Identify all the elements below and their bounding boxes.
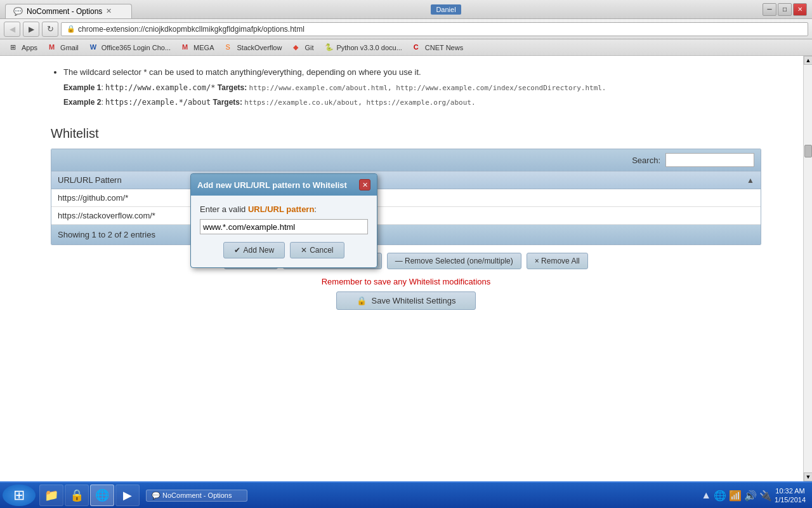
bookmark-office365[interactable]: W Office365 Login Cho... <box>85 42 176 53</box>
modal-cancel-button[interactable]: ✕ Cancel <box>290 242 344 258</box>
page-content: The wildcard selector * can be used to m… <box>0 56 812 481</box>
example1-pattern: http://www.example.com/* <box>105 83 215 92</box>
save-button-label: Save Whitelist Settings <box>372 296 456 305</box>
bookmark-stackoverflow-label: StackOverflow <box>237 44 282 51</box>
system-clock[interactable]: 10:32 AM 1/15/2014 <box>775 486 806 505</box>
taskbar-chrome-icon[interactable]: 🌐 <box>90 485 114 506</box>
start-button[interactable]: ⊞ <box>3 485 36 506</box>
bookmark-python[interactable]: 🐍 Python v3.3.0 docu... <box>320 42 407 53</box>
modal-close-button[interactable]: ✕ <box>359 179 370 190</box>
back-button[interactable]: ◀ <box>4 22 20 37</box>
modal-title: Add new URL/URL pattern to Whitelist <box>197 180 347 190</box>
modal-buttons: ✔ Add New ✕ Cancel <box>200 242 368 258</box>
mega-icon: M <box>182 43 191 52</box>
save-whitelist-button[interactable]: 🔒 Save Whitelist Settings <box>336 291 476 310</box>
example1-targets-label: Targets: <box>218 83 247 92</box>
remove-all-button[interactable]: × Remove All <box>527 253 588 269</box>
tray-network-icon[interactable]: 🌐 <box>714 490 726 502</box>
scroll-up-button[interactable]: ▲ <box>804 56 812 65</box>
modal-prompt: Enter a valid URL/URL pattern: <box>200 204 368 214</box>
title-bar: 💬 NoComment - Options ✕ Daniel ─ □ ✕ <box>0 0 812 19</box>
bookmark-stackoverflow[interactable]: S StackOverflow <box>220 42 287 53</box>
table-footer: Showing 1 to 2 of 2 entries <box>51 225 761 244</box>
tray-arrow[interactable]: ▲ <box>701 490 711 501</box>
content-area: The wildcard selector * can be used to m… <box>0 56 812 481</box>
scroll-down-button[interactable]: ▼ <box>804 472 812 481</box>
tab-close-button[interactable]: ✕ <box>106 7 112 15</box>
user-badge: Daniel <box>431 4 461 15</box>
tray-wifi-icon[interactable]: 📶 <box>729 490 742 502</box>
wildcard-text: The wildcard selector * can be used to m… <box>63 67 421 77</box>
example2-pattern: https://example.*/about <box>105 98 211 107</box>
bookmark-python-label: Python v3.3.0 docu... <box>336 44 402 51</box>
scroll-thumb[interactable] <box>804 145 812 157</box>
taskbar-lock-icon[interactable]: 🔒 <box>65 485 89 506</box>
table-row[interactable]: https://stackoverflow.com/* <box>51 207 761 225</box>
modal-prompt-highlight: URL/URL pattern <box>248 204 314 214</box>
bookmark-apps-label: Apps <box>22 44 37 51</box>
bookmark-gmail[interactable]: M Gmail <box>44 42 84 53</box>
maximize-button[interactable]: □ <box>778 3 792 16</box>
close-button[interactable]: ✕ <box>793 3 807 16</box>
whitelist-table: Search: URL/URL Pattern ▲ https://github… <box>51 149 761 245</box>
tab-favicon: 💬 <box>13 7 23 16</box>
tray-volume-icon[interactable]: 🔊 <box>744 490 757 502</box>
save-notice: Remember to save any Whitelist modificat… <box>51 277 761 286</box>
active-tab[interactable]: 💬 NoComment - Options ✕ <box>5 4 132 18</box>
table-search-header: Search: <box>51 149 761 171</box>
column-header: URL/URL Pattern ▲ <box>51 171 761 189</box>
browser-frame: 💬 NoComment - Options ✕ Daniel ─ □ ✕ ◀ ▶… <box>0 0 812 508</box>
save-lock-icon: 🔒 <box>357 296 367 305</box>
cnet-icon: C <box>414 43 422 52</box>
clock-date: 1/15/2014 <box>775 495 806 504</box>
modal-body: Enter a valid URL/URL pattern: ✔ Add New… <box>191 196 377 267</box>
bookmark-mega[interactable]: M MEGA <box>177 42 219 53</box>
bookmark-cnet[interactable]: C CNET News <box>409 42 468 53</box>
bookmark-git[interactable]: ◆ Git <box>288 42 318 53</box>
address-bar[interactable]: 🔒 chrome-extension://cniojkdkopmbkcllmik… <box>61 22 808 36</box>
example2-label: Example 2 <box>63 98 101 107</box>
modal-dialog: Add new URL/URL pattern to Whitelist ✕ E… <box>190 173 377 268</box>
taskbar-media-icon[interactable]: ▶ <box>115 485 140 506</box>
example1-line: Example 1: http://www.example.com/* Targ… <box>63 82 761 94</box>
column-header-text: URL/URL Pattern <box>58 175 747 185</box>
example2-targets-label: Targets: <box>213 98 242 107</box>
taskbar-active-window[interactable]: 💬 NoComment - Options <box>146 490 247 502</box>
example1-label: Example 1 <box>63 83 101 92</box>
sort-arrow-icon[interactable]: ▲ <box>747 176 754 185</box>
bookmark-cnet-label: CNET News <box>425 44 463 51</box>
minimize-button[interactable]: ─ <box>763 3 776 16</box>
modal-title-bar: Add new URL/URL pattern to Whitelist ✕ <box>191 174 377 196</box>
taskbar: ⊞ 📁 🔒 🌐 ▶ 💬 NoComment - Options ▲ 🌐 📶 🔊 … <box>0 481 812 508</box>
entries-count: Showing 1 to 2 of 2 entries <box>58 230 155 239</box>
table-row[interactable]: https://github.com/* <box>51 189 761 207</box>
whitelist-title: Whitelist <box>51 126 761 141</box>
tray-power-icon[interactable]: 🔌 <box>759 490 772 502</box>
whitelist-section: Whitelist Search: URL/URL Pattern ▲ htt <box>51 126 761 310</box>
bookmark-mega-label: MEGA <box>193 44 214 51</box>
refresh-button[interactable]: ↻ <box>42 22 58 37</box>
bookmark-office365-label: Office365 Login Cho... <box>102 44 171 51</box>
scrollbar[interactable]: ▲ ▼ <box>803 56 812 481</box>
modal-add-icon: ✔ <box>234 246 240 255</box>
bookmark-gmail-label: Gmail <box>60 44 79 51</box>
python-icon: 🐍 <box>325 43 334 52</box>
nav-bar: ◀ ▶ ↻ 🔒 chrome-extension://cniojkdkopmbk… <box>0 19 812 39</box>
stackoverflow-icon: S <box>225 43 234 52</box>
instructions-section: The wildcard selector * can be used to m… <box>51 56 761 116</box>
taskbar-pinned: 📁 🔒 🌐 ▶ <box>39 485 140 506</box>
modal-add-button[interactable]: ✔ Add New <box>223 242 285 258</box>
search-input[interactable] <box>665 153 754 167</box>
taskbar-explorer-icon[interactable]: 📁 <box>39 485 63 506</box>
bookmark-git-label: Git <box>304 44 313 51</box>
git-icon: ◆ <box>293 43 302 52</box>
bookmark-apps[interactable]: ⊞ Apps <box>5 42 43 53</box>
row-2-value: https://stackoverflow.com/* <box>58 211 155 220</box>
modal-add-label: Add New <box>243 246 274 255</box>
modal-url-input[interactable] <box>200 219 368 234</box>
row-1-value: https://github.com/* <box>58 193 128 203</box>
remove-selected-button[interactable]: — Remove Selected (one/multiple) <box>387 253 521 269</box>
forward-button[interactable]: ▶ <box>23 22 39 37</box>
modal-cancel-icon: ✕ <box>301 246 307 255</box>
apps-icon: ⊞ <box>10 43 19 52</box>
